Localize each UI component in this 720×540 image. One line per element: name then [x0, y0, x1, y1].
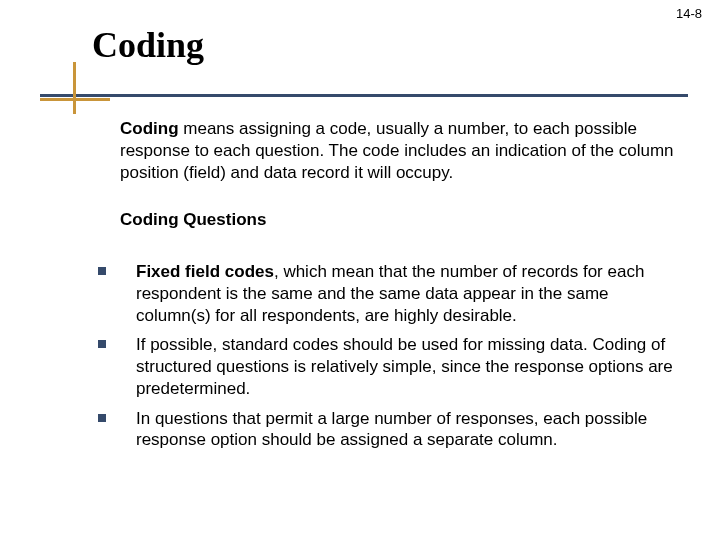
slide-body: Coding means assigning a code, usually a…: [120, 118, 680, 459]
intro-paragraph: Coding means assigning a code, usually a…: [120, 118, 680, 183]
page-number: 14-8: [676, 6, 702, 21]
bullet-text: If possible, standard codes should be us…: [136, 335, 673, 398]
intro-lead: Coding: [120, 119, 179, 138]
intro-text: means assigning a code, usually a number…: [120, 119, 674, 182]
subheading: Coding Questions: [120, 209, 680, 231]
list-item: If possible, standard codes should be us…: [92, 334, 680, 399]
bullet-square-icon: [98, 340, 106, 348]
bullet-square-icon: [98, 267, 106, 275]
bullet-list: Fixed field codes, which mean that the n…: [92, 261, 680, 451]
list-item: In questions that permit a large number …: [92, 408, 680, 452]
slide-title: Coding: [92, 24, 720, 72]
bullet-lead: Fixed field codes: [136, 262, 274, 281]
bullet-square-icon: [98, 414, 106, 422]
list-item: Fixed field codes, which mean that the n…: [92, 261, 680, 326]
title-underline: [40, 94, 688, 97]
title-area: Coding: [0, 24, 720, 72]
slide: 14-8 Coding Coding means assigning a cod…: [0, 0, 720, 540]
bullet-text: In questions that permit a large number …: [136, 409, 647, 450]
title-accent-v: [73, 62, 76, 114]
